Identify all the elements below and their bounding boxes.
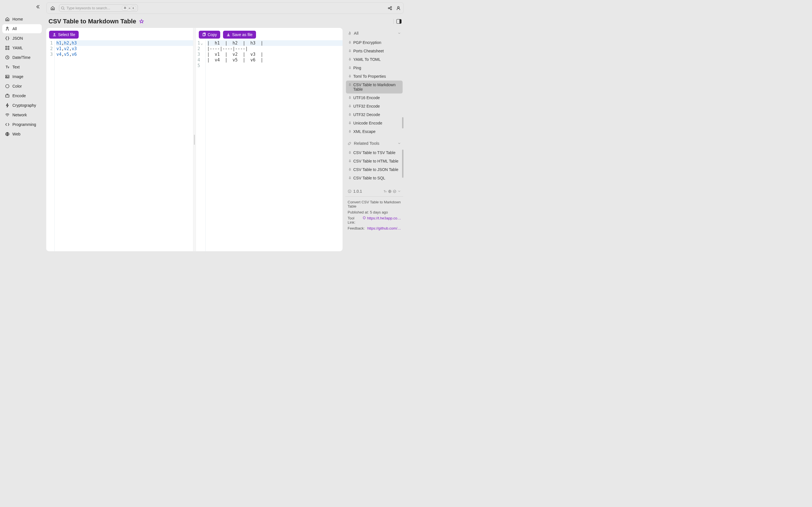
pin-icon [348, 96, 352, 100]
save-as-file-label: Save as file [232, 33, 252, 37]
input-editor[interactable]: 123 h1,h2,h3v1,v2,v3v4,v5,v6 [46, 40, 193, 251]
sidebar-item-label: Date/Time [12, 55, 31, 60]
related-item-label: CSV Table to TSV Table [353, 151, 395, 155]
home-button[interactable] [49, 5, 56, 11]
tool-item-label: YAML To TOML [353, 57, 380, 62]
pin-icon [348, 83, 352, 87]
svg-point-14 [398, 6, 399, 8]
sidebar-item-home[interactable]: Home [2, 15, 42, 24]
text-icon [5, 65, 10, 69]
version-text: 1.0.1 [353, 189, 362, 193]
chevron-down-icon[interactable] [398, 189, 401, 193]
info-published-row: Published at: 5 days ago [348, 210, 401, 214]
tool-item[interactable]: UTF32 Encode [346, 102, 403, 110]
copy-label: Copy [208, 33, 217, 37]
related-tools-list[interactable]: CSV Table to TSV TableCSV Table to HTML … [346, 149, 403, 182]
tool-item[interactable]: PGP Encryption [346, 38, 403, 47]
upload-icon [52, 33, 56, 37]
tool-item-label: XML Escape [353, 129, 375, 134]
svg-rect-0 [6, 46, 7, 47]
scrollbar-thumb[interactable] [402, 117, 403, 128]
code-icon [5, 122, 10, 127]
sidebar-item-label: Cryptography [12, 103, 36, 108]
sidebar-item-json[interactable]: JSON [2, 34, 42, 43]
fire-icon [348, 31, 352, 35]
sidebar-item-all[interactable]: All [2, 24, 42, 33]
tool-item[interactable]: XML Escape [346, 127, 403, 134]
color-icon [5, 84, 10, 89]
copy-button[interactable]: Copy [199, 31, 220, 39]
profile-button[interactable] [396, 6, 401, 10]
sidebar-item-web[interactable]: Web [2, 129, 42, 138]
tool-item[interactable]: Ping [346, 64, 403, 72]
svg-rect-8 [6, 95, 9, 97]
check-circle-icon[interactable] [393, 189, 396, 193]
select-file-button[interactable]: Select file [49, 31, 79, 39]
svg-rect-3 [8, 48, 9, 50]
favorite-button[interactable] [139, 19, 144, 24]
sidebar-item-network[interactable]: Network [2, 110, 42, 119]
output-pane: Copy Save as file 1⌄2 3 4 5 | h1 | h2 | … [196, 28, 343, 251]
related-item-label: CSV Table to JSON Table [353, 167, 398, 172]
kbd-cmd: ⌘ [122, 6, 128, 10]
output-editor[interactable]: 1⌄2 3 4 5 | h1 | h2 | h3 ||----|----|---… [196, 40, 343, 251]
all-tools-header[interactable]: All [345, 28, 404, 38]
info-icon [348, 189, 352, 193]
tool-item[interactable]: CSV Table to Markdown Table [346, 80, 403, 94]
kbd-plus: + [129, 6, 130, 10]
lightning-icon [5, 103, 10, 108]
related-tool-item[interactable]: CSV Table to SQL [346, 174, 403, 182]
related-tool-item[interactable]: CSV Table to HTML Table [346, 157, 403, 165]
all-tools-list[interactable]: PGP EncryptionPorts CheatsheetYAML To TO… [346, 38, 403, 134]
input-pane: Select file 123 h1,h2,h3v1,v2,v3v4,v5,v6 [46, 28, 193, 251]
globe-small-icon[interactable] [388, 189, 392, 193]
sidebar-collapse-button[interactable] [35, 4, 41, 10]
toollink-label: Tool Link: [348, 216, 361, 224]
share-button[interactable] [388, 6, 392, 10]
chevron-down-icon [398, 142, 401, 145]
pin-icon [348, 58, 352, 61]
tool-item[interactable]: Toml To Properties [346, 72, 403, 80]
toggle-right-panel-button[interactable] [396, 19, 402, 24]
info-feedback-row: Feedback: https://github.com/… [348, 226, 401, 230]
tool-item[interactable]: Ports Cheatsheet [346, 47, 403, 55]
tool-item[interactable]: UTF32 Decode [346, 110, 403, 119]
tool-item[interactable]: UTF16 Encode [346, 94, 403, 102]
sidebar-item-image[interactable]: Image [2, 72, 42, 81]
pane-splitter[interactable] [193, 28, 196, 251]
sidebar-item-encode[interactable]: Encode [2, 91, 42, 100]
search-input[interactable] [66, 6, 120, 10]
tool-item-label: UTF32 Encode [353, 104, 380, 108]
output-code[interactable]: | h1 | h2 | h3 ||----|----|----|| v1 | v… [206, 40, 343, 251]
tool-item-label: Ping [353, 66, 361, 70]
all-icon [5, 26, 10, 31]
published-value: 5 days ago [370, 210, 388, 214]
feedback-value[interactable]: https://github.com/… [367, 226, 401, 230]
sidebar-item-programming[interactable]: Programming [2, 120, 42, 129]
related-item-label: CSV Table to SQL [353, 176, 385, 180]
save-as-file-button[interactable]: Save as file [223, 31, 256, 39]
sidebar-item-color[interactable]: Color [2, 82, 42, 91]
shield-icon [363, 216, 366, 220]
scrollbar-thumb[interactable] [402, 150, 403, 178]
pin-icon [348, 130, 352, 133]
sidebar-item-label: Text [12, 65, 20, 69]
sidebar-item-label: Encode [12, 94, 26, 98]
input-code[interactable]: h1,h2,h3v1,v2,v3v4,v5,v6 [55, 40, 193, 251]
search-box[interactable]: ⌘ + K [59, 4, 138, 12]
tool-item[interactable]: Unicode Encode [346, 119, 403, 127]
published-label: Published at: [348, 210, 369, 214]
toollink-value[interactable]: https://t.he3app.co… [367, 216, 401, 220]
pin-icon [348, 66, 352, 69]
sidebar-item-text[interactable]: Text [2, 62, 42, 71]
sidebar-item-cryptography[interactable]: Cryptography [2, 101, 42, 110]
pin-icon [348, 151, 352, 154]
related-tool-item[interactable]: CSV Table to JSON Table [346, 165, 403, 174]
tool-item[interactable]: YAML To TOML [346, 55, 403, 64]
related-tool-item[interactable]: CSV Table to TSV Table [346, 149, 403, 157]
sidebar-item-yaml[interactable]: YAML [2, 43, 42, 52]
text-size-icon[interactable] [383, 189, 387, 193]
related-tools-header[interactable]: Related Tools [345, 138, 404, 149]
sidebar-item-datetime[interactable]: Date/Time [2, 53, 42, 62]
info-panel: 1.0.1 Convert CSV Table to Markdown Tabl… [345, 186, 404, 233]
